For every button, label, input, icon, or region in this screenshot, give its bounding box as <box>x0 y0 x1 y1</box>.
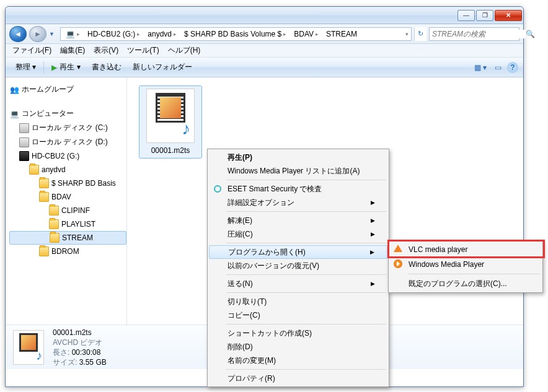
details-size: 3.55 GB <box>79 358 107 367</box>
folder-icon <box>49 206 59 216</box>
ctx-advanced-options[interactable]: 詳細設定オプション▶ <box>209 196 387 209</box>
maximize-button[interactable]: ❐ <box>476 10 493 21</box>
submenu-choose-default[interactable]: 既定のプログラムの選択(C)... <box>390 276 541 291</box>
details-length-label: 長さ: <box>53 348 69 357</box>
nav-folder-stream[interactable]: STREAM <box>9 231 126 245</box>
folder-icon <box>39 246 49 256</box>
music-note-icon: ♪ <box>182 119 190 139</box>
ctx-delete[interactable]: 削除(D) <box>209 340 387 354</box>
folder-icon <box>50 233 60 243</box>
ctx-eset[interactable]: ESET Smart Security で検査 <box>209 182 387 196</box>
folder-icon <box>39 178 49 188</box>
breadcrumb-seg[interactable]: STREAM <box>322 28 360 40</box>
ctx-send-to[interactable]: 送る(N)▶ <box>209 277 387 290</box>
ctx-rename[interactable]: 名前の変更(M) <box>209 354 387 367</box>
burn-button[interactable]: 書き込む <box>87 60 126 74</box>
breadcrumb-seg[interactable]: BDAV▸ <box>289 28 322 40</box>
disk-icon <box>19 123 29 133</box>
ctx-copy[interactable]: コピー(C) <box>209 308 387 322</box>
search-box[interactable]: 🔍 <box>429 27 519 41</box>
folder-icon <box>29 165 39 175</box>
folder-icon <box>49 219 59 229</box>
submenu-wmp[interactable]: Windows Media Player <box>390 257 541 272</box>
details-length: 00:30:08 <box>72 348 101 357</box>
breadcrumb[interactable]: 💻▸ HD-CBU2 (G:)▸ anydvd▸ $ SHARP BD Basi… <box>60 27 412 41</box>
disk-icon <box>19 137 29 147</box>
menu-view[interactable]: 表示(V) <box>89 45 123 56</box>
eset-icon <box>213 184 223 194</box>
nav-folder-sharp[interactable]: $ SHARP BD Basis <box>9 176 126 190</box>
breadcrumb-seg[interactable]: HD-CBU2 (G:)▸ <box>83 28 143 40</box>
refresh-button[interactable]: ↻ <box>414 27 426 41</box>
details-size-label: サイズ: <box>53 358 77 367</box>
minimize-button[interactable]: — <box>457 10 475 21</box>
ctx-properties[interactable]: プロパティ(R) <box>209 372 387 385</box>
menu-help[interactable]: ヘルプ(H) <box>164 45 205 56</box>
wmp-icon <box>394 259 404 269</box>
breadcrumb-seg[interactable]: $ SHARP BD Basis Volume $▸ <box>180 28 289 40</box>
nav-drive-d[interactable]: ローカル ディスク (D:) <box>9 135 126 149</box>
vlc-icon <box>394 245 404 255</box>
folder-icon <box>39 192 49 202</box>
music-note-icon: ♪ <box>36 349 42 363</box>
file-name-label: 00001.m2ts <box>142 146 199 155</box>
nav-folder-clipinf[interactable]: CLIPINF <box>9 204 126 217</box>
menu-bar: ファイル(F) 編集(E) 表示(V) ツール(T) ヘルプ(H) <box>6 44 523 58</box>
ctx-play[interactable]: 再生(P) <box>209 150 387 164</box>
nav-folder-bdav[interactable]: BDAV <box>9 190 126 204</box>
nav-folder-playlist[interactable]: PLAYLIST <box>9 217 126 231</box>
close-button[interactable]: ✕ <box>495 10 522 21</box>
computer-icon: 💻 <box>9 109 19 119</box>
preview-pane-button[interactable]: ▭ <box>490 61 506 74</box>
play-button[interactable]: ▶再生 ▾ <box>46 60 85 74</box>
breadcrumb-seg[interactable]: anydvd▸ <box>143 28 180 40</box>
back-button[interactable]: ◄ <box>9 26 27 42</box>
nav-drive-g[interactable]: HD-CBU2 (G:) <box>9 149 126 163</box>
details-filename: 00001.m2ts <box>53 328 107 338</box>
nav-folder-anydvd[interactable]: anydvd <box>9 163 126 176</box>
menu-tools[interactable]: ツール(T) <box>123 45 163 56</box>
drive-icon <box>19 151 29 161</box>
nav-history-dropdown[interactable]: ▼ <box>49 31 58 37</box>
view-options-button[interactable]: ▦ ▾ <box>472 61 488 74</box>
ctx-compress[interactable]: 圧縮(C)▶ <box>209 227 387 241</box>
nav-folder-bdrom[interactable]: BDROM <box>9 245 126 258</box>
help-button[interactable]: ? <box>507 62 518 73</box>
ctx-previous-versions[interactable]: 以前のバージョンの復元(V) <box>209 259 387 272</box>
homegroup-icon: 👥 <box>9 85 19 95</box>
file-thumbnail: ♪ <box>146 89 195 143</box>
menu-edit[interactable]: 編集(E) <box>56 45 89 56</box>
address-bar: ◄ ► ▼ 💻▸ HD-CBU2 (G:)▸ anydvd▸ $ SHARP B… <box>6 24 523 44</box>
menu-file[interactable]: ファイル(F) <box>8 45 56 56</box>
search-icon[interactable]: 🔍 <box>526 30 535 38</box>
nav-computer[interactable]: 💻コンピューター <box>9 107 126 121</box>
ctx-open-with[interactable]: プログラムから開く(H)▶ <box>209 245 387 259</box>
computer-icon: 💻 <box>65 29 75 39</box>
details-filetype: AVCHD ビデオ <box>53 338 107 347</box>
context-menu: 再生(P) Windows Media Player リストに追加(A) ESE… <box>207 149 389 387</box>
play-icon: ▶ <box>51 63 57 72</box>
ctx-extract[interactable]: 解凍(E)▶ <box>209 214 387 227</box>
nav-homegroup[interactable]: 👥ホームグループ <box>9 82 126 97</box>
details-thumbnail: ♪ <box>13 330 44 365</box>
ctx-create-shortcut[interactable]: ショートカットの作成(S) <box>209 326 387 340</box>
file-item[interactable]: ♪ 00001.m2ts <box>139 86 201 158</box>
ctx-cut[interactable]: 切り取り(T) <box>209 295 387 308</box>
navigation-pane[interactable]: 👥ホームグループ 💻コンピューター ローカル ディスク (C:) ローカル ディ… <box>6 77 127 324</box>
forward-button[interactable]: ► <box>29 26 46 42</box>
submenu-vlc[interactable]: VLC media player <box>390 242 541 257</box>
new-folder-button[interactable]: 新しいフォルダー <box>128 60 197 74</box>
titlebar[interactable]: — ❐ ✕ <box>6 7 523 24</box>
nav-drive-c[interactable]: ローカル ディスク (C:) <box>9 121 126 135</box>
ctx-wmp-add[interactable]: Windows Media Player リストに追加(A) <box>209 164 387 178</box>
organize-button[interactable]: 整理 ▾ <box>11 60 41 74</box>
command-bar: 整理 ▾ ▶再生 ▾ 書き込む 新しいフォルダー ▦ ▾ ▭ ? <box>6 58 523 77</box>
search-input[interactable] <box>432 30 526 38</box>
open-with-submenu: VLC media player Windows Media Player 既定… <box>388 240 543 293</box>
